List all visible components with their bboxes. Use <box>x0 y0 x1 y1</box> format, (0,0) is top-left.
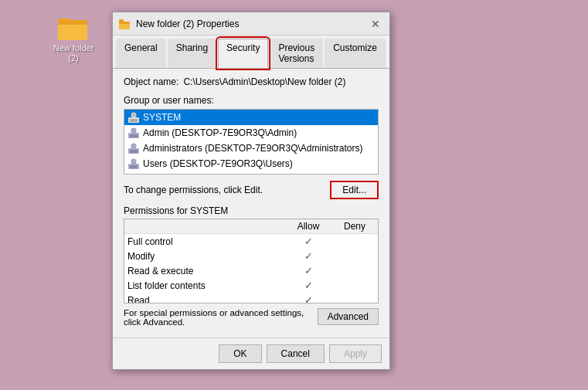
user-name-administrators: Administrators (DESKTOP-7E9OR3Q\Administ… <box>143 143 363 154</box>
user-name-users: Users (DESKTOP-7E9OR3Q\Users) <box>143 158 293 169</box>
perm-name-modify: Modify <box>124 249 285 263</box>
svg-rect-6 <box>130 134 138 137</box>
ok-button[interactable]: OK <box>219 344 261 363</box>
perm-deny-read-execute <box>331 263 378 278</box>
user-item-admin[interactable]: Admin (DESKTOP-7E9OR3Q\Admin) <box>124 125 378 141</box>
dialog-footer: OK Cancel Apply <box>113 337 389 369</box>
title-left: New folder (2) Properties <box>119 19 239 29</box>
user-item-system[interactable]: SYSTEM <box>124 110 378 125</box>
tab-general[interactable]: General <box>116 39 166 68</box>
object-name-label: Object name: <box>124 76 178 87</box>
group-label: Group or user names: <box>124 95 379 106</box>
perm-name-read: Read <box>124 293 285 304</box>
perm-col-deny: Deny <box>331 219 378 234</box>
perm-allow-modify: ✓ <box>285 249 331 263</box>
permissions-table: Allow Deny Full control ✓ Modify ✓ <box>124 219 378 304</box>
perm-name-read-execute: Read & execute <box>124 263 285 278</box>
user-icon-administrators <box>127 142 140 154</box>
tab-previous-versions[interactable]: Previous Versions <box>270 39 323 68</box>
tab-customize[interactable]: Customize <box>325 39 386 68</box>
perm-row-full-control: Full control ✓ <box>124 234 378 249</box>
perm-deny-modify <box>331 249 378 263</box>
perm-allow-read: ✓ <box>285 293 331 304</box>
user-item-users[interactable]: Users (DESKTOP-7E9OR3Q\Users) <box>124 156 378 171</box>
folder-label: New folder(2) <box>53 43 94 63</box>
permissions-label: Permissions for SYSTEM <box>124 205 379 216</box>
user-icon-system <box>127 111 140 124</box>
apply-button: Apply <box>329 344 382 363</box>
perm-row-list-folder: List folder contents ✓ <box>124 278 378 293</box>
svg-point-3 <box>132 114 136 117</box>
perm-row-read: Read ✓ <box>124 293 378 304</box>
user-icon-users <box>127 158 140 170</box>
desktop-folder-icon[interactable]: New folder(2) <box>46 15 100 63</box>
object-name-value: C:\Users\Admin\Desktop\New folder (2) <box>183 76 345 87</box>
perm-name-list-folder: List folder contents <box>124 278 285 293</box>
perm-row-modify: Modify ✓ <box>124 249 378 263</box>
tab-sharing[interactable]: Sharing <box>168 39 216 68</box>
perm-allow-read-execute: ✓ <box>285 263 331 278</box>
perm-allow-full-control: ✓ <box>285 234 331 249</box>
edit-button[interactable]: Edit... <box>330 181 379 199</box>
svg-rect-2 <box>130 119 138 122</box>
svg-rect-14 <box>130 165 138 168</box>
advanced-button[interactable]: Advanced <box>318 308 379 325</box>
user-name-admin: Admin (DESKTOP-7E9OR3Q\Admin) <box>143 127 297 138</box>
perm-allow-list-folder: ✓ <box>285 278 331 293</box>
user-icon-admin <box>127 127 140 139</box>
perm-deny-read <box>331 293 378 304</box>
perm-row-read-execute: Read & execute ✓ <box>124 263 378 278</box>
perm-deny-full-control <box>331 234 378 249</box>
permissions-table-wrapper[interactable]: Allow Deny Full control ✓ Modify ✓ <box>124 219 379 304</box>
desktop: New folder(2) New folder (2) Properties … <box>0 0 588 390</box>
dialog-title: New folder (2) Properties <box>136 19 239 29</box>
svg-point-11 <box>132 144 136 148</box>
close-button[interactable]: ✕ <box>368 16 383 32</box>
user-name-system: SYSTEM <box>143 112 181 123</box>
properties-dialog: New folder (2) Properties ✕ General Shar… <box>112 12 390 370</box>
svg-point-15 <box>132 160 136 164</box>
svg-rect-10 <box>130 150 138 153</box>
titlebar: New folder (2) Properties ✕ <box>113 12 389 36</box>
title-folder-icon <box>119 19 131 29</box>
user-list[interactable]: SYSTEM Admin (DESKTOP-7E9OR3Q\Admin) <box>124 109 379 175</box>
perm-deny-list-folder <box>331 278 378 293</box>
object-name-row: Object name: C:\Users\Admin\Desktop\New … <box>124 76 379 87</box>
tab-bar: General Sharing Security Previous Versio… <box>113 36 389 69</box>
user-item-administrators[interactable]: Administrators (DESKTOP-7E9OR3Q\Administ… <box>124 141 378 156</box>
special-note-text: For special permissions or advanced sett… <box>124 308 311 327</box>
tab-security[interactable]: Security <box>218 39 268 68</box>
change-permissions-text: To change permissions, click Edit. <box>124 185 330 195</box>
perm-name-full-control: Full control <box>124 234 285 249</box>
cancel-button[interactable]: Cancel <box>267 344 325 363</box>
perm-col-name <box>124 219 285 234</box>
folder-graphic <box>58 15 89 40</box>
perm-col-allow: Allow <box>285 219 331 234</box>
dialog-content: Object name: C:\Users\Admin\Desktop\New … <box>113 69 389 337</box>
special-note-wrapper: For special permissions or advanced sett… <box>124 308 379 327</box>
change-permissions-row: To change permissions, click Edit. Edit.… <box>124 181 379 199</box>
svg-point-7 <box>132 129 136 133</box>
